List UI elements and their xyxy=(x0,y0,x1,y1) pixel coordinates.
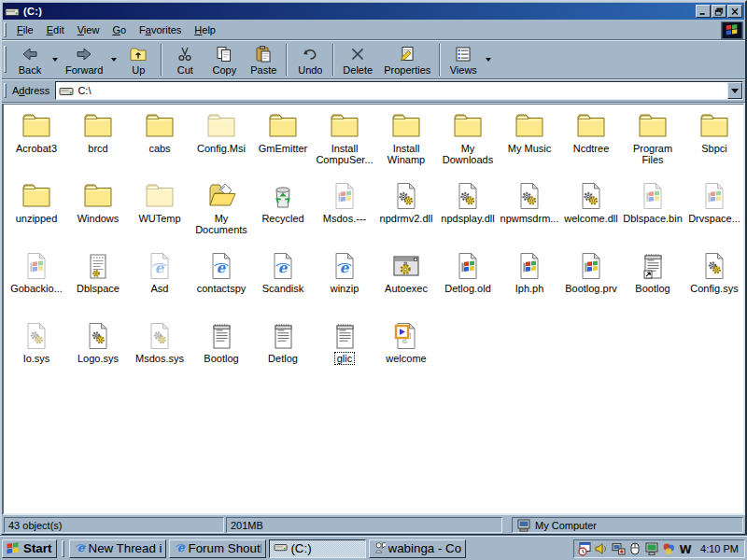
minimize-button[interactable] xyxy=(696,5,711,18)
file-item[interactable]: econtactspy xyxy=(190,248,252,318)
toolbar-grip[interactable] xyxy=(4,46,7,74)
address-value[interactable]: C:\ xyxy=(78,85,727,96)
taskbar-task-button[interactable]: (C:) xyxy=(269,539,366,558)
file-item[interactable]: npdrmv2.dll xyxy=(375,178,437,248)
toolbar-dropdown-back[interactable] xyxy=(49,42,60,77)
file-item[interactable]: unzipped xyxy=(6,178,67,248)
menu-item-edit[interactable]: Edit xyxy=(40,21,71,38)
file-item[interactable]: Detlog xyxy=(252,318,314,388)
address-combo[interactable]: C:\ xyxy=(55,81,743,100)
themes-icon[interactable] xyxy=(661,541,676,556)
file-item[interactable]: My Downloads xyxy=(437,108,499,178)
toolbar-button-forward[interactable]: Forward xyxy=(60,42,108,77)
file-item[interactable]: Install CompuSer... xyxy=(314,108,375,178)
file-label: contactspy xyxy=(195,283,248,294)
file-label: brcd xyxy=(86,143,109,154)
file-item[interactable]: Ncdtree xyxy=(560,108,622,178)
file-item[interactable]: glic xyxy=(314,318,375,388)
file-item[interactable]: eScandisk xyxy=(252,248,314,318)
file-item[interactable]: eAsd xyxy=(129,248,190,318)
file-item[interactable]: My Music xyxy=(499,108,560,178)
taskbar-task-button[interactable]: eForum ShoutB... xyxy=(169,539,266,558)
file-item[interactable]: Detlog.old xyxy=(437,248,499,318)
file-item[interactable]: npwmsdrm... xyxy=(499,178,560,248)
taskbar-grip[interactable] xyxy=(62,540,64,557)
drive-icon xyxy=(59,84,74,97)
menu-item-file[interactable]: File xyxy=(10,21,40,38)
file-item[interactable]: Bootlog xyxy=(190,318,252,388)
file-item[interactable]: Dblspace xyxy=(67,248,129,318)
file-item[interactable]: Msdos.sys xyxy=(129,318,190,388)
folder-icon xyxy=(21,181,51,211)
close-button[interactable] xyxy=(727,5,742,18)
menu-item-go[interactable]: Go xyxy=(106,21,133,38)
toolbar-button-delete[interactable]: Delete xyxy=(337,42,378,77)
file-item[interactable]: Config.Msi xyxy=(190,108,252,178)
recycle-bin-icon xyxy=(268,181,298,211)
toolbar-dropdown-views[interactable] xyxy=(483,42,493,77)
chevron-down-icon xyxy=(111,58,117,62)
menu-item-help[interactable]: Help xyxy=(188,21,222,38)
address-dropdown-button[interactable] xyxy=(727,82,742,99)
taskbar-task-button[interactable]: eNew Thread in... xyxy=(69,539,166,558)
toolbar-button-copy[interactable]: Copy xyxy=(204,42,244,77)
task-label: (C:) xyxy=(290,541,311,555)
restore-button[interactable] xyxy=(712,5,726,18)
system-monitor-icon[interactable] xyxy=(611,541,626,556)
display-icon[interactable] xyxy=(644,541,659,556)
file-item[interactable]: Drvspace... xyxy=(684,178,745,248)
toolbar-button-back[interactable]: Back xyxy=(10,42,49,77)
taskbar-task-button[interactable]: wabinga - Con... xyxy=(369,539,466,558)
file-item[interactable]: Program Files xyxy=(622,108,684,178)
file-item[interactable]: Config.sys xyxy=(684,248,745,318)
file-item[interactable]: WUTemp xyxy=(129,178,190,248)
menu-item-favorites[interactable]: Favorites xyxy=(133,21,188,38)
html-file-icon: e xyxy=(330,251,359,281)
winamp-icon[interactable]: W xyxy=(678,541,693,556)
toolbar-button-cut[interactable]: Cut xyxy=(165,42,204,77)
addressbar-grip[interactable] xyxy=(4,83,7,98)
file-item[interactable]: Io.sys xyxy=(6,318,67,388)
file-item[interactable]: Bootlog.prv xyxy=(560,248,622,318)
file-item[interactable]: Autoexec xyxy=(375,248,437,318)
file-item[interactable]: GmEmitter xyxy=(252,108,314,178)
start-button[interactable]: Start xyxy=(2,539,57,558)
file-item[interactable]: Logo.sys xyxy=(67,318,129,388)
menu-item-view[interactable]: View xyxy=(71,21,106,38)
file-item[interactable]: My Documents xyxy=(190,178,252,248)
file-item[interactable]: Windows xyxy=(67,178,129,248)
toolbar-button-label: Back xyxy=(19,64,41,76)
file-item[interactable]: Sbpci xyxy=(684,108,745,178)
file-item[interactable]: Install Winamp xyxy=(375,108,437,178)
toolbar-button-views[interactable]: Views xyxy=(444,42,483,77)
file-item[interactable]: npdsplay.dll xyxy=(437,178,499,248)
file-item[interactable]: Gobackio... xyxy=(6,248,67,318)
file-item[interactable]: Bootlog xyxy=(622,248,684,318)
menubar-grip[interactable] xyxy=(4,22,7,37)
mouse-icon[interactable] xyxy=(627,541,642,556)
file-item[interactable]: cabs xyxy=(129,108,190,178)
toolbar-button-up[interactable]: Up xyxy=(119,42,158,77)
file-item[interactable]: welcome.dll xyxy=(560,178,622,248)
file-item[interactable]: Msdos.--- xyxy=(314,178,375,248)
file-item[interactable]: Recycled xyxy=(252,178,314,248)
file-item[interactable]: Iph.ph xyxy=(499,248,560,318)
back-icon xyxy=(21,45,39,63)
file-label: welcome xyxy=(384,353,428,364)
file-item[interactable]: Acrobat3 xyxy=(6,108,67,178)
file-label: Config.sys xyxy=(688,283,740,294)
file-item[interactable]: ewinzip xyxy=(314,248,375,318)
scheduler-icon[interactable] xyxy=(577,541,592,556)
toolbar-dropdown-forward[interactable] xyxy=(108,42,119,77)
file-item[interactable]: Dblspace.bin xyxy=(622,178,684,248)
toolbar-button-paste[interactable]: Paste xyxy=(244,42,283,77)
toolbar-button-properties[interactable]: Properties xyxy=(378,42,436,77)
file-label: Msdos.sys xyxy=(134,353,186,364)
title-bar[interactable]: (C:) xyxy=(3,3,744,20)
file-item[interactable]: welcome xyxy=(375,318,437,388)
file-item[interactable]: brcd xyxy=(67,108,129,178)
toolbar-button-undo[interactable]: Undo xyxy=(290,42,330,77)
toolbar-separator xyxy=(439,44,441,76)
volume-icon[interactable] xyxy=(594,541,609,556)
forward-icon xyxy=(75,45,93,63)
